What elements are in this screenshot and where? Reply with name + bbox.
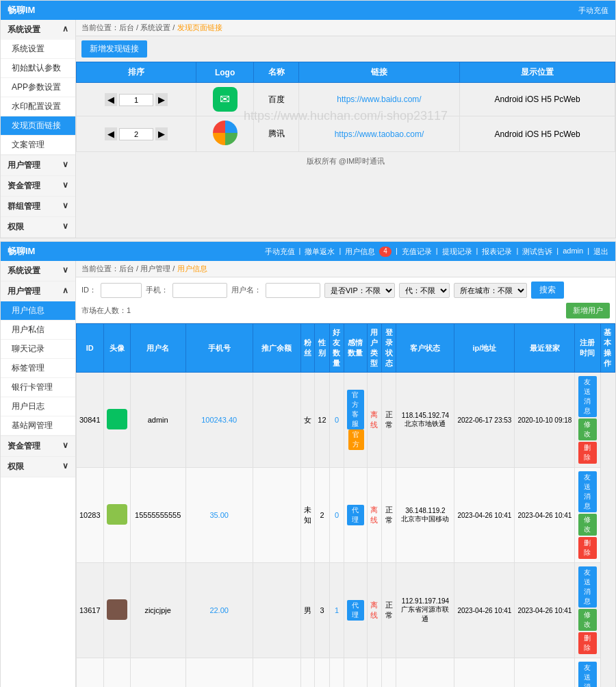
section2-content: 当前位置：后台 / 用户管理 / 用户信息 ID： 手机： 用户名： 是否VIP… bbox=[76, 261, 615, 687]
sidebar-item-system-settings[interactable]: 系统设置 bbox=[1, 40, 75, 59]
cell-ops: 友送消息 修改 删除 bbox=[575, 563, 600, 658]
section2-body: 系统设置∨ 用户管理∧ 用户信息 用户私信 聊天记录 标签管理 银行卡管理 用户… bbox=[1, 261, 615, 687]
logo-icon-wechat: ✉ bbox=[213, 87, 238, 112]
cell-avatar bbox=[103, 563, 130, 658]
sidebar-group-system-header[interactable]: 系统设置∧ bbox=[1, 20, 75, 40]
filter-vip-select[interactable]: 是否VIP：不限 是VIP 非VIP bbox=[324, 283, 395, 298]
cell-gender: 2 bbox=[315, 468, 330, 563]
cell-avatar bbox=[103, 658, 130, 688]
filter-username-input[interactable] bbox=[266, 283, 320, 298]
sidebar-item-watermark-settings[interactable]: 水印配置设置 bbox=[1, 97, 75, 116]
new-user-btn[interactable]: 新增用户 bbox=[566, 303, 610, 318]
sidebar-item-station-manage[interactable]: 基站网管理 bbox=[1, 416, 75, 436]
admin-bar-userinfo[interactable]: 用户信息 bbox=[345, 247, 375, 257]
cell-ip: 2023-04-26 10:39 bbox=[454, 658, 515, 688]
send-msg-btn[interactable]: 友送消息 bbox=[578, 566, 596, 608]
sidebar-group-fund-1-header[interactable]: 资金管理∨ bbox=[1, 176, 75, 196]
mobile-link[interactable]: 22.00 bbox=[209, 606, 229, 614]
sort-down-btn-2[interactable]: ▶ bbox=[155, 127, 168, 140]
modify-btn[interactable]: 修改 bbox=[578, 514, 596, 536]
admin-bar-report[interactable]: 报表记录 bbox=[482, 247, 512, 257]
cell-mobile: 22.00 bbox=[185, 563, 253, 658]
sidebar-item-user-info[interactable]: 用户信息 bbox=[1, 301, 75, 321]
sidebar-group-user-2-header[interactable]: 用户管理∧ bbox=[1, 282, 75, 301]
send-msg-btn[interactable]: 友送消息 bbox=[578, 376, 596, 417]
cell-ops: 友送消息 修改 删除 bbox=[575, 373, 600, 468]
filter-mobile-input[interactable] bbox=[172, 283, 227, 298]
th-id: ID bbox=[77, 324, 104, 373]
sidebar-item-user-pm[interactable]: 用户私信 bbox=[1, 321, 75, 340]
admin-bar-admin[interactable]: admin bbox=[563, 247, 583, 257]
th-emotion: 感情数量 bbox=[344, 324, 368, 373]
sort-input-2[interactable] bbox=[119, 128, 153, 140]
sidebar-group-user-1-header[interactable]: 用户管理∨ bbox=[1, 155, 75, 175]
sort-down-btn[interactable]: ▶ bbox=[155, 93, 168, 106]
admin-bar-test[interactable]: 测试告诉 bbox=[522, 247, 552, 257]
top-action-1[interactable]: 手动充值 bbox=[578, 5, 608, 16]
sidebar-item-discover-links[interactable]: 发现页面链接 bbox=[1, 116, 75, 136]
sidebar-item-notify-params[interactable]: 初始默认参数 bbox=[1, 59, 75, 78]
cell-type: 离线 bbox=[367, 373, 381, 468]
service-badge: 官方 bbox=[348, 429, 364, 450]
sidebar-group-perm-1-header[interactable]: 权限∨ bbox=[1, 217, 75, 237]
link-url[interactable]: https://www.baidu.com/ bbox=[337, 95, 421, 104]
cell-emotion: 代理 bbox=[344, 563, 368, 658]
cell-client-status: 118.145.192.74 北京市地铁通 bbox=[396, 373, 454, 468]
sidebar-item-chat-log[interactable]: 聊天记录 bbox=[1, 340, 75, 359]
admin-bar-refund[interactable]: 撤单返水 bbox=[305, 247, 335, 257]
cell-fans: 未知 bbox=[300, 658, 314, 688]
cell-friends: 0 bbox=[329, 658, 344, 688]
add-discover-link-btn[interactable]: 新增发现链接 bbox=[81, 40, 147, 58]
logo-icon-tencent bbox=[213, 121, 238, 145]
sidebar-item-user-log[interactable]: 用户日志 bbox=[1, 397, 75, 416]
watermark-area: https://www.huchan.com/i·shop23117 排序 Lo… bbox=[76, 62, 615, 171]
sidebar-item-file-manage[interactable]: 文案管理 bbox=[1, 136, 75, 155]
col-link: 链接 bbox=[298, 62, 460, 83]
sidebar-item-tag-manage[interactable]: 标签管理 bbox=[1, 359, 75, 378]
send-msg-btn[interactable]: 友送消息 bbox=[578, 662, 596, 687]
admin-bar-charge[interactable]: 手动充值 bbox=[265, 247, 295, 257]
cell-type: 离线 bbox=[367, 658, 381, 688]
sidebar-item-bank-manage[interactable]: 银行卡管理 bbox=[1, 378, 75, 397]
admin-bar-logout[interactable]: 退出 bbox=[593, 247, 608, 257]
mobile-link[interactable]: 35.00 bbox=[209, 511, 229, 519]
cell-balance bbox=[253, 373, 300, 468]
delete-btn[interactable]: 删除 bbox=[578, 632, 596, 654]
cell-display: Android iOS H5 PcWeb bbox=[460, 83, 615, 116]
sidebar-item-app-params[interactable]: APP参数设置 bbox=[1, 78, 75, 97]
th-gender: 性别 bbox=[315, 324, 330, 373]
section1-content: 当前位置：后台 / 系统设置 / 发现页面链接 新增发现链接 https://w… bbox=[76, 20, 615, 238]
sidebar-group-perm-2-header[interactable]: 权限∨ bbox=[1, 457, 75, 477]
cell-friends: 1 bbox=[329, 563, 344, 658]
admin-bar-withdraw[interactable]: 提现记录 bbox=[442, 247, 472, 257]
sidebar-group-system-2-header[interactable]: 系统设置∨ bbox=[1, 261, 75, 281]
cell-last-login: 2023-04-26 10:41 bbox=[515, 468, 575, 563]
sidebar-group-fund-1: 资金管理∨ bbox=[1, 176, 75, 197]
cell-sort: ◀ ▶ bbox=[77, 83, 196, 116]
user-table-row: 10283 15555555555 35.00 未知 2 0 代理 离线 正常 … bbox=[77, 468, 615, 563]
sort-up-btn-2[interactable]: ◀ bbox=[105, 127, 117, 140]
section1-nav: 当前位置：后台 / 系统设置 / 发现页面链接 bbox=[76, 20, 615, 36]
breadcrumb-label-1: 当前位置：后台 / 系统设置 / bbox=[81, 23, 175, 33]
modify-btn[interactable]: 修改 bbox=[578, 609, 596, 631]
delete-btn[interactable]: 删除 bbox=[578, 537, 596, 559]
search-btn-2[interactable]: 搜索 bbox=[531, 282, 564, 299]
sidebar-group-groups-1-header[interactable]: 群组管理∨ bbox=[1, 197, 75, 216]
sort-input[interactable] bbox=[119, 94, 153, 106]
table-row: ◀ ▶ ✉ 百度 https://www.baidu.com/ Android … bbox=[77, 83, 615, 116]
col-sort: 排序 bbox=[77, 62, 196, 83]
delete-btn[interactable]: 删除 bbox=[578, 442, 596, 464]
modify-btn[interactable]: 修改 bbox=[578, 419, 596, 440]
send-msg-btn[interactable]: 友送消息 bbox=[578, 471, 596, 512]
filter-id-input[interactable] bbox=[101, 283, 142, 298]
mobile-link[interactable]: 100243.40 bbox=[201, 416, 237, 424]
sidebar-group-fund-2-header[interactable]: 资金管理∨ bbox=[1, 436, 75, 456]
sort-up-btn[interactable]: ◀ bbox=[105, 93, 117, 106]
cell-client-status: 112.91.197.194 广东省河源市联通 bbox=[396, 658, 454, 688]
filter-city-select[interactable]: 所在城市：不限 bbox=[454, 283, 527, 298]
link-url-2[interactable]: https://www.taobao.com/ bbox=[335, 129, 424, 139]
user-count-badge: 4 bbox=[379, 247, 392, 257]
filter-level-select[interactable]: 代：不限 一代 二代 bbox=[399, 283, 450, 298]
admin-bar-recharge[interactable]: 充值记录 bbox=[402, 247, 432, 257]
cell-fans: 未知 bbox=[300, 468, 314, 563]
